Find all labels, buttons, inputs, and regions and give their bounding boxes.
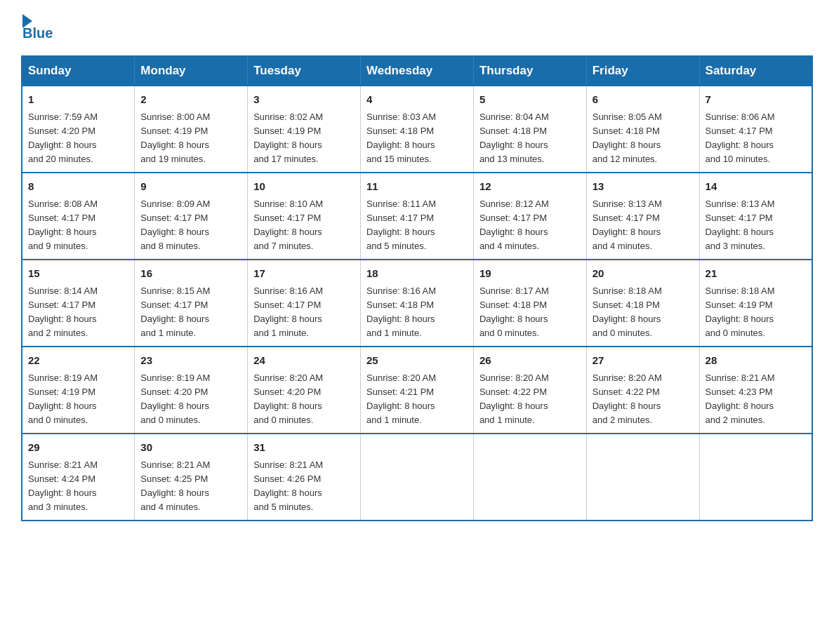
- weekday-header-saturday: Saturday: [699, 56, 812, 86]
- day-info: Sunrise: 8:16 AMSunset: 4:17 PMDaylight:…: [253, 284, 355, 341]
- calendar-cell: 10Sunrise: 8:10 AMSunset: 4:17 PMDayligh…: [248, 173, 361, 260]
- day-info: Sunrise: 8:20 AMSunset: 4:20 PMDaylight:…: [253, 371, 355, 428]
- day-info: Sunrise: 8:18 AMSunset: 4:19 PMDaylight:…: [706, 284, 806, 341]
- calendar-cell: 15Sunrise: 8:14 AMSunset: 4:17 PMDayligh…: [22, 260, 135, 347]
- calendar-cell: 1Sunrise: 7:59 AMSunset: 4:20 PMDaylight…: [22, 86, 135, 173]
- day-number: 13: [593, 179, 694, 195]
- day-info: Sunrise: 8:19 AMSunset: 4:19 PMDaylight:…: [28, 371, 128, 428]
- day-number: 24: [253, 353, 355, 369]
- calendar-cell: 26Sunrise: 8:20 AMSunset: 4:22 PMDayligh…: [473, 347, 586, 434]
- day-info: Sunrise: 8:04 AMSunset: 4:18 PMDaylight:…: [479, 110, 581, 167]
- day-info: Sunrise: 8:21 AMSunset: 4:25 PMDaylight:…: [140, 458, 241, 515]
- day-number: 5: [479, 92, 581, 108]
- calendar-cell: 20Sunrise: 8:18 AMSunset: 4:18 PMDayligh…: [586, 260, 699, 347]
- day-info: Sunrise: 8:16 AMSunset: 4:18 PMDaylight:…: [366, 284, 468, 341]
- calendar-cell: 19Sunrise: 8:17 AMSunset: 4:18 PMDayligh…: [473, 260, 586, 347]
- day-info: Sunrise: 8:13 AMSunset: 4:17 PMDaylight:…: [593, 197, 694, 254]
- calendar-cell: 12Sunrise: 8:12 AMSunset: 4:17 PMDayligh…: [473, 173, 586, 260]
- day-info: Sunrise: 8:21 AMSunset: 4:26 PMDaylight:…: [253, 458, 355, 515]
- day-info: Sunrise: 8:03 AMSunset: 4:18 PMDaylight:…: [366, 110, 468, 167]
- day-info: Sunrise: 8:14 AMSunset: 4:17 PMDaylight:…: [28, 284, 128, 341]
- day-number: 26: [479, 353, 581, 369]
- day-info: Sunrise: 7:59 AMSunset: 4:20 PMDaylight:…: [28, 110, 128, 167]
- calendar-cell: 16Sunrise: 8:15 AMSunset: 4:17 PMDayligh…: [135, 260, 248, 347]
- calendar-cell: 22Sunrise: 8:19 AMSunset: 4:19 PMDayligh…: [22, 347, 135, 434]
- calendar-cell: 7Sunrise: 8:06 AMSunset: 4:17 PMDaylight…: [699, 86, 812, 173]
- calendar-cell: 6Sunrise: 8:05 AMSunset: 4:18 PMDaylight…: [586, 86, 699, 173]
- day-info: Sunrise: 8:20 AMSunset: 4:22 PMDaylight:…: [479, 371, 581, 428]
- day-number: 7: [706, 92, 806, 108]
- weekday-header-thursday: Thursday: [473, 56, 586, 86]
- day-info: Sunrise: 8:13 AMSunset: 4:17 PMDaylight:…: [706, 197, 806, 254]
- calendar-cell: 24Sunrise: 8:20 AMSunset: 4:20 PMDayligh…: [248, 347, 361, 434]
- calendar-cell: 17Sunrise: 8:16 AMSunset: 4:17 PMDayligh…: [248, 260, 361, 347]
- calendar-cell: 28Sunrise: 8:21 AMSunset: 4:23 PMDayligh…: [699, 347, 812, 434]
- day-info: Sunrise: 8:19 AMSunset: 4:20 PMDaylight:…: [140, 371, 241, 428]
- calendar-cell: 29Sunrise: 8:21 AMSunset: 4:24 PMDayligh…: [22, 434, 135, 521]
- logo-subtitle: Blue: [22, 25, 53, 41]
- calendar-cell: [586, 434, 699, 521]
- day-number: 17: [253, 266, 355, 282]
- weekday-header-monday: Monday: [135, 56, 248, 86]
- day-number: 25: [366, 353, 468, 369]
- calendar-cell: 3Sunrise: 8:02 AMSunset: 4:19 PMDaylight…: [248, 86, 361, 173]
- day-info: Sunrise: 8:15 AMSunset: 4:17 PMDaylight:…: [140, 284, 241, 341]
- weekday-header-row: SundayMondayTuesdayWednesdayThursdayFrid…: [22, 56, 812, 86]
- calendar-week-row: 29Sunrise: 8:21 AMSunset: 4:24 PMDayligh…: [22, 434, 812, 521]
- day-number: 31: [253, 440, 355, 456]
- day-number: 14: [706, 179, 806, 195]
- day-number: 16: [140, 266, 241, 282]
- calendar-cell: 27Sunrise: 8:20 AMSunset: 4:22 PMDayligh…: [586, 347, 699, 434]
- calendar-week-row: 15Sunrise: 8:14 AMSunset: 4:17 PMDayligh…: [22, 260, 812, 347]
- calendar-cell: 13Sunrise: 8:13 AMSunset: 4:17 PMDayligh…: [586, 173, 699, 260]
- day-number: 4: [366, 92, 468, 108]
- calendar-cell: [473, 434, 586, 521]
- calendar-cell: 25Sunrise: 8:20 AMSunset: 4:21 PMDayligh…: [361, 347, 474, 434]
- day-number: 21: [706, 266, 806, 282]
- calendar-cell: 14Sunrise: 8:13 AMSunset: 4:17 PMDayligh…: [699, 173, 812, 260]
- day-number: 3: [253, 92, 355, 108]
- day-info: Sunrise: 8:17 AMSunset: 4:18 PMDaylight:…: [479, 284, 581, 341]
- day-number: 23: [140, 353, 241, 369]
- day-number: 20: [593, 266, 694, 282]
- weekday-header-friday: Friday: [586, 56, 699, 86]
- calendar-week-row: 22Sunrise: 8:19 AMSunset: 4:19 PMDayligh…: [22, 347, 812, 434]
- day-number: 8: [28, 179, 128, 195]
- day-number: 28: [706, 353, 806, 369]
- day-number: 15: [28, 266, 128, 282]
- day-number: 9: [140, 179, 241, 195]
- day-info: Sunrise: 8:10 AMSunset: 4:17 PMDaylight:…: [253, 197, 355, 254]
- calendar-cell: 23Sunrise: 8:19 AMSunset: 4:20 PMDayligh…: [135, 347, 248, 434]
- calendar-cell: [699, 434, 812, 521]
- logo: Blue: [21, 14, 53, 41]
- day-info: Sunrise: 8:18 AMSunset: 4:18 PMDaylight:…: [593, 284, 694, 341]
- day-number: 18: [366, 266, 468, 282]
- calendar-cell: [361, 434, 474, 521]
- day-info: Sunrise: 8:11 AMSunset: 4:17 PMDaylight:…: [366, 197, 468, 254]
- calendar-week-row: 8Sunrise: 8:08 AMSunset: 4:17 PMDaylight…: [22, 173, 812, 260]
- day-number: 22: [28, 353, 128, 369]
- day-info: Sunrise: 8:12 AMSunset: 4:17 PMDaylight:…: [479, 197, 581, 254]
- weekday-header-sunday: Sunday: [22, 56, 135, 86]
- day-number: 29: [28, 440, 128, 456]
- day-number: 1: [28, 92, 128, 108]
- calendar-cell: 4Sunrise: 8:03 AMSunset: 4:18 PMDaylight…: [361, 86, 474, 173]
- calendar-cell: 5Sunrise: 8:04 AMSunset: 4:18 PMDaylight…: [473, 86, 586, 173]
- calendar-cell: 11Sunrise: 8:11 AMSunset: 4:17 PMDayligh…: [361, 173, 474, 260]
- day-number: 12: [479, 179, 581, 195]
- day-info: Sunrise: 8:20 AMSunset: 4:21 PMDaylight:…: [366, 371, 468, 428]
- calendar-cell: 2Sunrise: 8:00 AMSunset: 4:19 PMDaylight…: [135, 86, 248, 173]
- day-info: Sunrise: 8:08 AMSunset: 4:17 PMDaylight:…: [28, 197, 128, 254]
- page-header: Blue: [21, 14, 813, 41]
- day-number: 27: [593, 353, 694, 369]
- day-number: 11: [366, 179, 468, 195]
- calendar-cell: 31Sunrise: 8:21 AMSunset: 4:26 PMDayligh…: [248, 434, 361, 521]
- calendar-week-row: 1Sunrise: 7:59 AMSunset: 4:20 PMDaylight…: [22, 86, 812, 173]
- day-info: Sunrise: 8:00 AMSunset: 4:19 PMDaylight:…: [140, 110, 241, 167]
- day-info: Sunrise: 8:21 AMSunset: 4:23 PMDaylight:…: [706, 371, 806, 428]
- day-number: 2: [140, 92, 241, 108]
- calendar-cell: 9Sunrise: 8:09 AMSunset: 4:17 PMDaylight…: [135, 173, 248, 260]
- day-info: Sunrise: 8:02 AMSunset: 4:19 PMDaylight:…: [253, 110, 355, 167]
- day-info: Sunrise: 8:05 AMSunset: 4:18 PMDaylight:…: [593, 110, 694, 167]
- calendar-table: SundayMondayTuesdayWednesdayThursdayFrid…: [21, 55, 813, 521]
